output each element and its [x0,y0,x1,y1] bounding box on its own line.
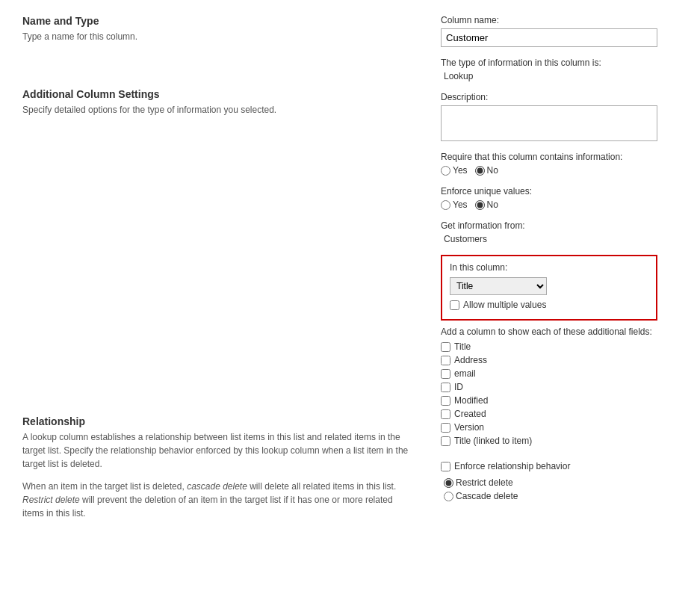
description-group: Description: [441,92,678,141]
type-info-label: The type of information in this column i… [441,58,678,68]
restrict-delete-text: Restrict delete [456,477,513,488]
enforce-unique-no-text: No [487,199,498,210]
enforce-unique-label: Enforce unique values: [441,186,678,197]
column-name-input[interactable] [441,28,657,47]
additional-fields-group: Add a column to show each of these addit… [441,327,678,446]
desc2-restrict: Restrict delete [22,495,80,505]
enforce-relationship-label-row[interactable]: Enforce relationship behavior [441,461,678,471]
additional-field-created[interactable]: Created [441,409,678,419]
in-column-box: In this column: Title Allow multiple val… [441,255,657,321]
name-type-title: Name and Type [22,15,411,27]
additional-field-email-text: email [454,368,476,379]
require-no-text: No [487,165,498,176]
description-input[interactable] [441,105,657,141]
enforce-relationship-text: Enforce relationship behavior [454,461,570,471]
desc2-before: When an item in the target list is delet… [22,481,187,492]
additional-field-version[interactable]: Version [441,422,678,433]
column-name-label: Column name: [441,15,678,25]
additional-field-address[interactable]: Address [441,355,678,365]
column-name-group: Column name: [441,15,678,47]
additional-settings-title: Additional Column Settings [22,88,411,100]
additional-field-address-checkbox[interactable] [441,356,450,365]
allow-multiple-text: Allow multiple values [463,300,546,310]
name-type-section: Name and Type Type a name for this colum… [22,15,411,43]
restrict-delete-radio[interactable] [444,478,453,488]
require-radio-group: Yes No [441,165,678,176]
type-info-group: The type of information in this column i… [441,58,678,81]
additional-field-address-text: Address [454,355,487,365]
name-type-desc: Type a name for this column. [22,30,411,43]
additional-field-title-linked-checkbox[interactable] [441,436,450,446]
additional-field-created-checkbox[interactable] [441,409,450,419]
desc2-cascade: cascade delete [187,481,247,492]
get-info-label: Get information from: [441,220,678,231]
additional-field-title-checkbox[interactable] [441,342,450,352]
additional-field-id-checkbox[interactable] [441,383,450,392]
require-label: Require that this column contains inform… [441,152,678,162]
in-column-select[interactable]: Title [450,277,547,295]
additional-field-email[interactable]: email [441,368,678,379]
additional-field-created-text: Created [454,409,486,419]
additional-field-id-text: ID [454,382,463,392]
get-info-value: Customers [441,234,678,244]
additional-field-modified-text: Modified [454,395,488,406]
enforce-unique-radio-group: Yes No [441,199,678,210]
relationship-desc1: A lookup column establishes a relationsh… [22,430,411,471]
require-yes-text: Yes [453,165,468,176]
relationship-title: Relationship [22,415,411,427]
require-no-radio[interactable] [475,166,485,176]
require-yes-radio[interactable] [441,166,450,176]
enforce-unique-no-radio[interactable] [475,200,485,210]
additional-field-title-text: Title [454,341,471,352]
additional-field-modified-checkbox[interactable] [441,396,450,406]
right-panel: Column name: The type of information in … [441,15,678,544]
in-column-label: In this column: [450,262,648,273]
additional-field-email-checkbox[interactable] [441,369,450,379]
additional-settings-section: Additional Column Settings Specify detai… [22,88,411,117]
restrict-delete-label[interactable]: Restrict delete [444,477,678,488]
additional-field-title-linked-text: Title (linked to item) [454,436,532,446]
enforce-unique-yes-label[interactable]: Yes [441,199,468,210]
additional-field-title-linked[interactable]: Title (linked to item) [441,436,678,446]
in-column-dropdown-row: Title [450,277,648,295]
enforce-unique-yes-radio[interactable] [441,200,450,210]
cascade-delete-radio[interactable] [444,492,453,501]
allow-multiple-label[interactable]: Allow multiple values [450,300,648,310]
require-yes-label[interactable]: Yes [441,165,468,176]
description-label: Description: [441,92,678,102]
additional-field-version-checkbox[interactable] [441,423,450,433]
enforce-unique-yes-text: Yes [453,199,468,210]
additional-field-version-text: Version [454,422,484,433]
additional-field-modified[interactable]: Modified [441,395,678,406]
require-group: Require that this column contains inform… [441,152,678,176]
relationship-desc2: When an item in the target list is delet… [22,480,411,520]
type-info-value: Lookup [441,71,678,81]
additional-settings-desc: Specify detailed options for the type of… [22,103,411,117]
get-info-group: Get information from: Customers [441,220,678,244]
enforce-unique-no-label[interactable]: No [475,199,498,210]
cascade-delete-text: Cascade delete [456,491,518,501]
left-panel: Name and Type Type a name for this colum… [22,15,411,544]
allow-multiple-checkbox[interactable] [450,300,459,310]
additional-fields-label: Add a column to show each of these addit… [441,327,678,337]
additional-field-title[interactable]: Title [441,341,678,352]
enforce-relationship-checkbox[interactable] [441,462,450,471]
additional-field-id[interactable]: ID [441,382,678,392]
relationship-section: Relationship A lookup column establishes… [22,415,411,520]
require-no-label[interactable]: No [475,165,498,176]
enforce-relationship-group: Enforce relationship behavior Restrict d… [441,461,678,501]
desc2-mid: will delete all related items in this li… [247,481,396,492]
enforce-unique-group: Enforce unique values: Yes No [441,186,678,210]
delete-behavior-group: Restrict delete Cascade delete [444,477,678,501]
cascade-delete-label[interactable]: Cascade delete [444,491,678,501]
